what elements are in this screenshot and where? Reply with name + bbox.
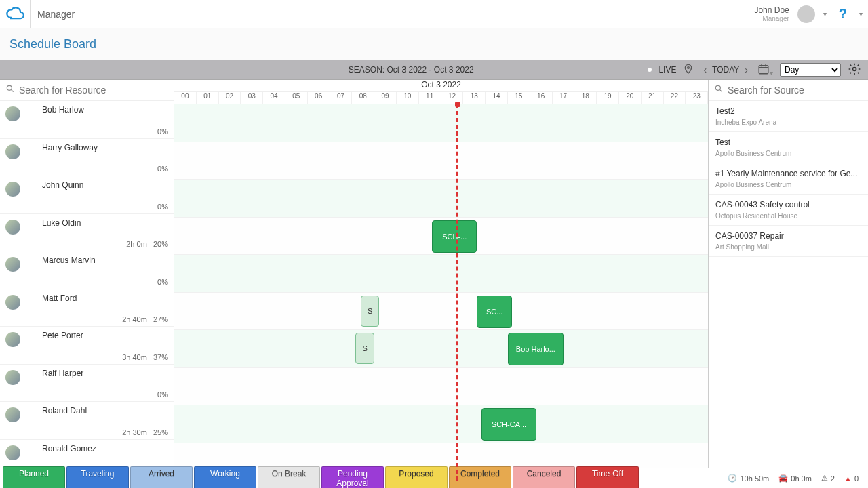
hour-cell: 09 xyxy=(374,92,397,104)
hour-cell: 10 xyxy=(397,92,419,104)
status-pending-approval-button[interactable]: Pending Approval xyxy=(321,466,384,489)
schedule-event[interactable]: Bob Harlo... xyxy=(508,333,564,365)
alert-icon: ▲ xyxy=(844,474,852,483)
resource-item[interactable]: Ronald Gomez xyxy=(0,440,174,468)
source-item[interactable]: CAS-00043 Safety controlOctopus Resident… xyxy=(709,195,868,226)
travel-time: 0h 0m xyxy=(791,474,812,483)
resource-item[interactable]: Bob Harlow0% xyxy=(0,101,174,139)
source-item[interactable]: CAS-00037 RepairArt Shopping Mall xyxy=(709,226,868,257)
hour-cell: 07 xyxy=(330,92,353,104)
schedule-lane[interactable] xyxy=(174,255,708,293)
calendar-icon[interactable]: ▾ xyxy=(757,63,773,77)
avatar-icon xyxy=(5,445,20,460)
schedule-lane[interactable]: SCH-CA... xyxy=(174,405,708,443)
schedule-grid[interactable]: Oct 3 2022 00010203040506070809101112131… xyxy=(174,80,708,468)
schedule-event[interactable]: SCH-... xyxy=(432,220,477,253)
hour-cell: 00 xyxy=(174,92,197,104)
resource-stats: 0% xyxy=(157,278,168,286)
status-completed-button[interactable]: Completed xyxy=(449,466,511,489)
schedule-lane[interactable] xyxy=(174,368,708,406)
hour-cell: 03 xyxy=(241,92,263,104)
prev-arrow-icon[interactable]: ‹ xyxy=(701,64,709,75)
source-subtitle: Apollo Business Centrum xyxy=(715,181,861,188)
status-traveling-button[interactable]: Traveling xyxy=(66,466,129,489)
cloud-logo-icon xyxy=(5,3,30,25)
source-item[interactable]: TestApollo Business Centrum xyxy=(709,132,868,163)
warning-icon: ⚠ xyxy=(821,474,828,483)
page-title: Schedule Board xyxy=(9,37,96,52)
now-line xyxy=(456,104,458,481)
avatar-icon xyxy=(5,332,20,347)
resource-name: Bob Harlow xyxy=(42,105,168,115)
help-icon[interactable]: ? xyxy=(835,6,851,22)
schedule-lane[interactable] xyxy=(174,142,708,180)
status-proposed-button[interactable]: Proposed xyxy=(385,466,448,489)
hour-cell: 14 xyxy=(486,92,508,104)
total-time: 10h 50m xyxy=(740,474,769,483)
schedule-event[interactable]: SC... xyxy=(477,296,512,328)
gear-icon[interactable] xyxy=(848,62,861,78)
live-indicator-icon xyxy=(648,68,652,72)
car-icon: 🚘 xyxy=(778,474,788,483)
hour-cell: 01 xyxy=(197,92,219,104)
resource-stats: 2h 40m 27% xyxy=(122,315,168,323)
status-time-off-button[interactable]: Time-Off xyxy=(576,466,639,489)
resource-item[interactable]: Roland Dahl2h 30m 25% xyxy=(0,402,174,440)
status-on-break-button[interactable]: On Break xyxy=(258,466,320,489)
date-header: Oct 3 2022 xyxy=(174,80,708,92)
schedule-lane[interactable]: SBob Harlo... xyxy=(174,330,708,368)
hour-cell: 21 xyxy=(642,92,664,104)
resource-name: Ronald Gomez xyxy=(42,444,168,453)
today-button[interactable]: TODAY xyxy=(709,65,742,75)
search-icon xyxy=(5,84,15,96)
avatar-icon xyxy=(797,5,815,23)
source-panel: Test2Incheba Expo ArenaTestApollo Busine… xyxy=(708,80,868,468)
warn-count: 2 xyxy=(831,474,835,483)
user-menu[interactable]: John Doe Manager ▾ ? ▾ xyxy=(747,0,863,28)
toolbar: SEASON: Oct 3 2022 - Oct 3 2022 LIVE ‹ T… xyxy=(0,60,868,80)
resource-item[interactable]: Matt Ford2h 40m 27% xyxy=(0,289,174,327)
status-working-button[interactable]: Working xyxy=(194,466,256,489)
resource-panel: Bob Harlow0%Harry Galloway0%John Quinn0%… xyxy=(0,80,174,468)
schedule-lane[interactable]: SSC... xyxy=(174,293,708,331)
source-title: CAS-00043 Safety control xyxy=(715,200,861,209)
hour-cell: 18 xyxy=(574,92,597,104)
resource-name: Matt Ford xyxy=(42,293,168,303)
schedule-event[interactable]: S xyxy=(361,296,378,327)
resource-item[interactable]: Harry Galloway0% xyxy=(0,139,174,177)
schedule-event[interactable]: S xyxy=(355,333,374,364)
app-tab[interactable]: Manager xyxy=(30,0,81,28)
hour-cell: 20 xyxy=(619,92,642,104)
schedule-lane[interactable] xyxy=(174,180,708,218)
resource-item[interactable]: Marcus Marvin0% xyxy=(0,251,174,289)
status-arrived-button[interactable]: Arrived xyxy=(130,466,193,489)
avatar-icon xyxy=(5,407,20,422)
search-source-input[interactable] xyxy=(728,85,863,96)
schedule-lane[interactable]: SCH-... xyxy=(174,218,708,256)
hour-cell: 05 xyxy=(285,92,308,104)
source-title: #1 Yearly Maintenance service for Ge... xyxy=(715,169,861,178)
resource-item[interactable]: Pete Porter3h 40m 37% xyxy=(0,327,174,365)
resource-item[interactable]: Ralf Harper0% xyxy=(0,365,174,403)
resource-name: Luke Oldin xyxy=(42,218,168,228)
search-icon xyxy=(714,84,724,96)
source-item[interactable]: Test2Incheba Expo Arena xyxy=(709,101,868,132)
schedule-lane[interactable] xyxy=(174,104,708,142)
status-planned-button[interactable]: Planned xyxy=(3,466,65,489)
hour-cell: 23 xyxy=(686,92,708,104)
hour-cell: 11 xyxy=(419,92,441,104)
resource-stats: 3h 40m 37% xyxy=(122,353,168,361)
location-icon[interactable] xyxy=(683,64,694,77)
resource-item[interactable]: Luke Oldin2h 0m 20% xyxy=(0,214,174,252)
hour-cell: 16 xyxy=(530,92,553,104)
view-select[interactable]: Day xyxy=(780,63,841,77)
source-title: Test2 xyxy=(715,106,861,116)
resource-item[interactable]: John Quinn0% xyxy=(0,176,174,214)
next-arrow-icon[interactable]: › xyxy=(742,64,751,75)
search-resource-input[interactable] xyxy=(19,85,168,96)
header: Manager John Doe Manager ▾ ? ▾ xyxy=(0,0,868,28)
schedule-event[interactable]: SCH-CA... xyxy=(481,408,537,441)
hour-cell: 04 xyxy=(263,92,285,104)
status-canceled-button[interactable]: Canceled xyxy=(513,466,575,489)
source-item[interactable]: #1 Yearly Maintenance service for Ge...A… xyxy=(709,163,868,195)
